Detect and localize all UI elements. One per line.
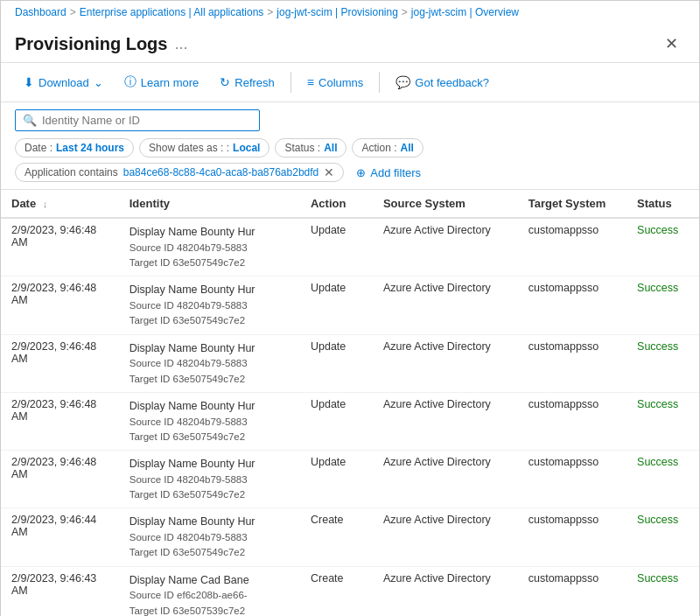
chevron-down-icon: ⌄ [94,76,103,89]
action-filter-chip[interactable]: Action : All [352,138,423,158]
table-row[interactable]: 2/9/2023, 9:46:48 AM Display Name Bounty… [1,392,699,450]
cell-date: 2/9/2023, 9:46:43 AM [1,566,119,616]
ellipsis-menu[interactable]: ... [174,35,187,53]
date-chip-value: Last 24 hours [56,142,124,154]
col-target-label: Target System [528,197,606,210]
table-container: Date ↓ Identity Action Source System Tar… [1,190,699,616]
cell-identity: Display Name Bounty Hur Source ID 48204b… [119,451,300,508]
feedback-icon: 💬 [396,75,410,89]
cell-date: 2/9/2023, 9:46:48 AM [1,392,119,450]
download-button[interactable]: ⬇ Download ⌄ [15,71,112,94]
identity-source: Source ID 48204b79-5883 [130,415,290,430]
col-header-target: Target System [518,190,626,218]
identity-source: Source ID ef6c208b-ae66- [130,588,290,603]
refresh-label: Refresh [234,76,275,89]
cell-source-system: Azure Active Directory [373,218,518,276]
table-row[interactable]: 2/9/2023, 9:46:43 AM Display Name Cad Ba… [1,566,699,616]
cell-target-system: customappsso [518,451,626,508]
cell-action: Update [300,276,373,334]
breadcrumb-provisioning[interactable]: jog-jwt-scim | Provisioning [276,6,398,18]
col-header-date[interactable]: Date ↓ [1,190,119,218]
action-chip-value: All [401,142,414,154]
status-chip-value: All [324,142,337,154]
identity-name: Display Name Bounty Hur [130,514,290,530]
info-icon: ⓘ [124,74,136,90]
page-title: Provisioning Logs [15,34,167,54]
status-filter-chip[interactable]: Status : All [275,138,346,158]
table-row[interactable]: 2/9/2023, 9:46:44 AM Display Name Bounty… [1,508,699,566]
cell-date: 2/9/2023, 9:46:48 AM [1,451,119,508]
sort-icon-date: ↓ [43,199,48,209]
cell-target-system: customappsso [518,276,626,334]
date-chip-label: Date : [24,142,52,154]
cell-source-system: Azure Active Directory [373,451,518,508]
cell-action: Create [300,566,373,616]
refresh-icon: ↻ [220,75,230,89]
cell-identity: Display Name Bounty Hur Source ID 48204b… [119,276,300,334]
col-source-label: Source System [383,197,466,210]
breadcrumb-dashboard[interactable]: Dashboard [15,6,66,18]
toolbar-divider-2 [379,72,380,93]
table-row[interactable]: 2/9/2023, 9:46:48 AM Display Name Bounty… [1,451,699,508]
cell-action: Update [300,334,373,392]
breadcrumb-sep-1: > [70,6,76,18]
status-badge: Success [637,456,678,468]
identity-name: Display Name Bounty Hur [130,282,290,298]
cell-date: 2/9/2023, 9:46:44 AM [1,508,119,566]
identity-target: Target ID 63e507549c7e2 [130,487,290,502]
columns-button[interactable]: ≡ Columns [298,71,372,94]
breadcrumb-enterprise-apps[interactable]: Enterprise applications | All applicatio… [80,6,264,18]
feedback-button[interactable]: 💬 Got feedback? [387,71,498,94]
cell-date: 2/9/2023, 9:46:48 AM [1,218,119,276]
learn-more-button[interactable]: ⓘ Learn more [116,70,207,94]
identity-source: Source ID 48204b79-5883 [130,298,290,313]
identity-source: Source ID 48204b79-5883 [130,472,290,487]
table-row[interactable]: 2/9/2023, 9:46:48 AM Display Name Bounty… [1,276,699,334]
cell-target-system: customappsso [518,566,626,616]
app-filter-chip: Application contains ba84ce68-8c88-4ca0-… [15,163,344,182]
filter-chips: Date : Last 24 hours Show dates as : : L… [15,138,685,182]
provisioning-logs-table: Date ↓ Identity Action Source System Tar… [1,190,699,616]
cell-source-system: Azure Active Directory [373,392,518,450]
cell-source-system: Azure Active Directory [373,334,518,392]
app-filter-key: Application contains [24,166,118,178]
filters-section: 🔍 Date : Last 24 hours Show dates as : :… [1,102,699,190]
identity-source: Source ID 48204b79-5883 [130,356,290,371]
cell-status: Success [626,276,699,334]
table-row[interactable]: 2/9/2023, 9:46:48 AM Display Name Bounty… [1,218,699,276]
refresh-button[interactable]: ↻ Refresh [211,71,284,94]
columns-label: Columns [318,76,363,89]
table-row[interactable]: 2/9/2023, 9:46:48 AM Display Name Bounty… [1,334,699,392]
page-header-left: Provisioning Logs ... [15,34,187,54]
cell-target-system: customappsso [518,508,626,566]
col-date-label: Date [11,197,36,210]
search-icon: 🔍 [23,114,37,127]
close-button[interactable]: ✕ [658,31,685,57]
identity-name: Display Name Bounty Hur [130,398,290,415]
breadcrumb-overview[interactable]: jog-jwt-scim | Overview [411,6,519,18]
col-identity-label: Identity [130,197,170,210]
showdates-filter-chip[interactable]: Show dates as : : Local [139,138,270,158]
cell-status: Success [626,508,699,566]
cell-status: Success [626,218,699,276]
cell-status: Success [626,334,699,392]
add-filters-button[interactable]: ⊕ Add filters [349,164,428,182]
cell-identity: Display Name Bounty Hur Source ID 48204b… [119,218,300,276]
identity-name: Display Name Bounty Hur [130,224,290,241]
identity-source: Source ID 48204b79-5883 [130,530,290,545]
col-action-label: Action [311,197,346,210]
identity-name: Display Name Bounty Hur [130,340,290,357]
app-filter-remove[interactable]: ✕ [324,166,334,178]
cell-identity: Display Name Bounty Hur Source ID 48204b… [119,508,300,566]
download-icon: ⬇ [24,75,34,89]
search-input[interactable] [42,114,252,127]
breadcrumb-sep-3: > [402,6,408,18]
col-header-source: Source System [373,190,518,218]
col-header-identity: Identity [119,190,300,218]
cell-action: Update [300,451,373,508]
download-label: Download [38,76,89,89]
date-filter-chip[interactable]: Date : Last 24 hours [15,138,134,158]
showdates-chip-value: Local [233,142,260,154]
status-badge: Success [637,514,678,526]
identity-name: Display Name Bounty Hur [130,456,290,472]
